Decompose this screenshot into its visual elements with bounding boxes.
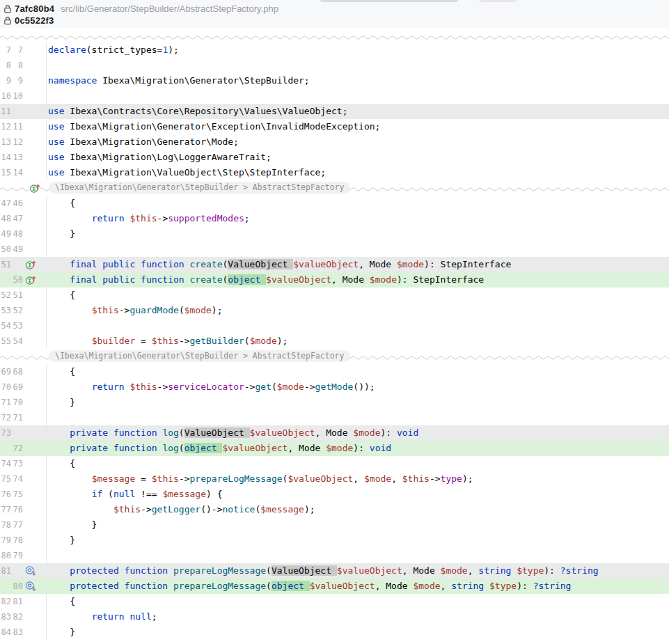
gutter-icon-slot (23, 119, 44, 134)
code-line-ctx[interactable]: 1413use Ibexa\Migration\Log\LoggerAwareT… (0, 150, 669, 165)
code-line-ctx[interactable]: 1514use Ibexa\Migration\ValueObject\Step… (0, 165, 669, 180)
gutter: 4746 (0, 196, 47, 211)
old-line-number: 77 (0, 502, 11, 517)
implements-interface-method-icon[interactable] (25, 274, 36, 285)
new-line-number: 80 (11, 579, 23, 594)
code-line-ctx[interactable]: 1211use Ibexa\Migration\Generator\Except… (0, 119, 669, 134)
gutter: 8281 (0, 594, 47, 609)
code-line-ctx[interactable]: 1010 (0, 88, 669, 104)
lock-icon (3, 16, 12, 25)
code-line-ctx[interactable]: 88 (0, 58, 669, 73)
code-line-ctx[interactable]: 4948 } (0, 226, 669, 242)
code-text: use Ibexa\Migration\Log\LoggerAwareTrait… (47, 150, 669, 165)
code-line-ctx[interactable]: 7776 $this->getLogger()->notice($message… (0, 502, 669, 517)
commit-row-before: 7afc80b4 src/lib/Generator/StepBuilder/A… (0, 3, 669, 15)
gutter-icon-slot (23, 42, 44, 58)
code-text (47, 242, 669, 257)
code-text: } (47, 226, 669, 242)
gutter-icon-slot (23, 134, 44, 150)
code-text: $message = $this->prepareLogMessage($val… (47, 471, 669, 487)
diff-editor[interactable]: 77declare(strict_types=1);8899namespace … (0, 40, 669, 640)
new-line-number: 14 (11, 165, 23, 180)
collapsed-region-separator[interactable]: \Ibexa\Migration\Generator\StepBuilder >… (0, 349, 669, 364)
code-line-ctx[interactable]: 77declare(strict_types=1); (0, 42, 669, 58)
code-text: { (47, 196, 669, 211)
code-line-ctx[interactable]: 1312use Ibexa\Migration\Generator\Mode; (0, 134, 669, 150)
code-line-ctx[interactable]: 7069 return $this->serviceLocator->get($… (0, 379, 669, 395)
breadcrumb: \Ibexa\Migration\Generator\StepBuilder >… (49, 182, 350, 194)
code-line-ctx[interactable]: 6968 { (0, 364, 669, 379)
code-line-ctx[interactable]: 8281 { (0, 594, 669, 609)
new-line-number: 81 (11, 594, 23, 609)
gutter-icon-slot (23, 410, 44, 425)
old-line-number: 81 (0, 563, 11, 579)
code-line-removed[interactable]: 73 private function log(ValueObject $val… (0, 425, 669, 441)
method-is-overridden-icon[interactable] (25, 581, 36, 592)
code-text: use Ibexa\Migration\Generator\Exception\… (47, 119, 669, 134)
gutter-icon-slot (23, 150, 44, 165)
code-line-added[interactable]: 80 protected function prepareLogMessage(… (0, 579, 669, 594)
new-line-number: 11 (11, 119, 23, 134)
code-line-ctx[interactable]: 8382 return null; (0, 609, 669, 625)
new-line-number: 74 (11, 471, 23, 487)
gutter: 77 (0, 42, 47, 58)
old-line-number: 70 (0, 379, 11, 395)
code-line-removed[interactable]: 81 protected function prepareLogMessage(… (0, 563, 669, 579)
method-is-overridden-icon[interactable] (25, 565, 36, 576)
code-line-ctx[interactable]: 7877 } (0, 517, 669, 533)
new-line-number: 9 (11, 73, 23, 88)
code-line-ctx[interactable]: 7170 } (0, 395, 669, 410)
gutter-icon-slot (23, 502, 44, 517)
gutter-icon-slot (23, 242, 44, 257)
code-text: } (47, 517, 669, 533)
old-line-number (0, 272, 11, 288)
gutter: 8079 (0, 548, 47, 563)
code-line-ctx[interactable]: 5453 (0, 318, 669, 333)
gutter: 7473 (0, 456, 47, 471)
gutter: 5453 (0, 318, 47, 333)
code-line-ctx[interactable]: 7473 { (0, 456, 669, 471)
gutter-icon-slot (23, 563, 44, 579)
code-text: use Ibexa\Migration\Generator\Mode; (47, 134, 669, 150)
code-line-ctx[interactable]: 7574 $message = $this->prepareLogMessage… (0, 471, 669, 487)
old-line-number: 54 (0, 318, 11, 333)
code-text (47, 318, 669, 333)
old-line-number: 83 (0, 609, 11, 625)
code-line-ctx[interactable]: 7675 if (null !== $message) { (0, 487, 669, 502)
code-line-added[interactable]: 50 final public function create(object $… (0, 272, 669, 288)
code-line-removed[interactable]: 51 final public function create(ValueObj… (0, 257, 669, 272)
implements-interface-method-icon[interactable] (29, 182, 40, 194)
code-text: $this->guardMode($mode); (47, 303, 669, 318)
gutter: 88 (0, 58, 47, 73)
old-line-number: 13 (0, 134, 11, 150)
code-line-ctx[interactable]: 5251 { (0, 288, 669, 303)
file-path: src/lib/Generator/StepBuilder/AbstractSt… (61, 3, 278, 14)
new-line-number: 83 (11, 625, 23, 640)
code-line-ctx[interactable]: 5352 $this->guardMode($mode); (0, 303, 669, 318)
code-line-ctx[interactable]: 8483 } (0, 625, 669, 640)
code-line-ctx[interactable]: 99namespace Ibexa\Migration\Generator\St… (0, 73, 669, 88)
code-line-ctx[interactable]: 4746 { (0, 196, 669, 211)
implements-interface-method-icon[interactable] (25, 259, 36, 270)
collapsed-region-separator[interactable]: \Ibexa\Migration\Generator\StepBuilder >… (0, 180, 669, 196)
new-line-number: 10 (11, 88, 23, 104)
code-line-ctx[interactable]: 7271 (0, 410, 669, 425)
code-line-removed[interactable]: 11use Ibexa\Contracts\Core\Repository\Va… (0, 104, 669, 119)
code-text: { (47, 364, 669, 379)
gutter-icon-slot (23, 364, 44, 379)
code-line-added[interactable]: 72 private function log(object $valueObj… (0, 441, 669, 456)
code-line-ctx[interactable]: 5049 (0, 242, 669, 257)
code-line-ctx[interactable]: 8079 (0, 548, 669, 563)
gutter-icon-slot (23, 272, 44, 288)
gutter-icon-slot (23, 517, 44, 533)
code-line-ctx[interactable]: 5554 $builder = $this->getBuilder($mode)… (0, 333, 669, 349)
new-line-number: 12 (11, 134, 23, 150)
gutter-icon-slot (23, 625, 44, 640)
code-text: final public function create(object $val… (47, 272, 669, 288)
code-line-ctx[interactable]: 7978 } (0, 533, 669, 548)
old-line-number: 55 (0, 333, 11, 349)
gutter: 4948 (0, 226, 47, 242)
code-line-ctx[interactable]: 4847 return $this->supportedModes; (0, 211, 669, 226)
gutter-icon-slot (23, 226, 44, 242)
gutter: 1514 (0, 165, 47, 180)
